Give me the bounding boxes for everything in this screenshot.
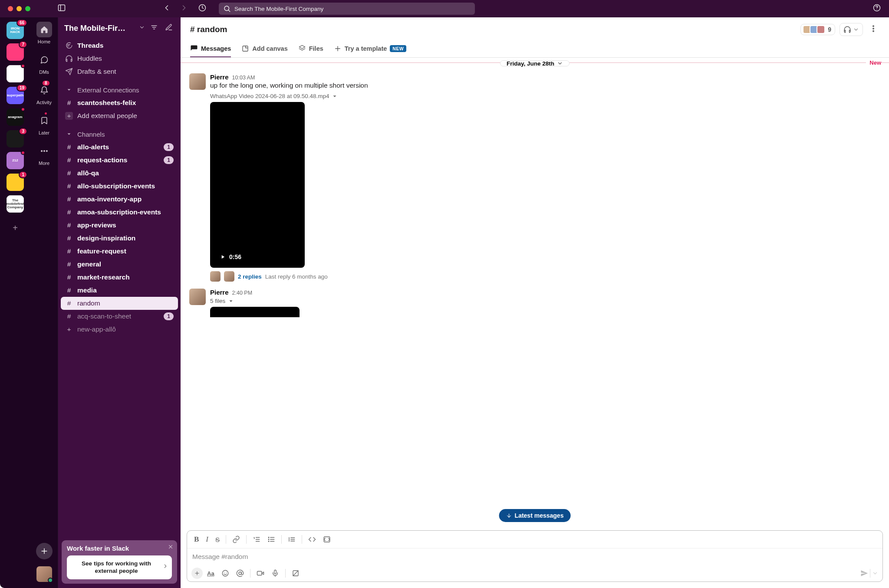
files-count[interactable]: 5 files [210,298,225,304]
members-button[interactable]: 9 [800,24,835,35]
workspace-checks[interactable] [7,65,24,82]
filter-icon[interactable] [148,22,160,35]
video-attachment-preview[interactable] [210,307,300,317]
reply-avatar[interactable] [210,271,221,282]
ordered-list-button[interactable] [250,534,263,545]
message-author[interactable]: Pierre [210,73,229,81]
nav-huddles[interactable]: Huddles [58,52,181,65]
nav-later[interactable]: Later [36,113,52,135]
workspace-name[interactable]: The Mobile-Fir… [64,24,135,33]
code-button[interactable] [306,534,319,545]
emoji-button[interactable] [219,568,232,579]
author-avatar[interactable] [189,73,206,90]
nav-home[interactable]: Home [36,22,52,44]
tab-files[interactable]: Files [298,41,323,57]
help-icon[interactable] [873,3,881,14]
tab-try-template[interactable]: Try a template NEW [334,41,406,57]
channel-settings-icon[interactable] [867,23,879,36]
close-window-icon[interactable] [8,6,13,11]
workspace-anagram[interactable]: anagram [7,108,24,126]
channel-market-research[interactable]: #market-research [58,271,181,284]
message-timestamp[interactable]: 10:03 AM [232,75,255,81]
workspace-ironhack[interactable]: IRON HACK66 [7,22,24,39]
chevron-down-icon[interactable] [228,298,234,304]
channel-new-app-allô[interactable]: +new-app-allô [58,323,181,336]
channel-scantosheets-felix[interactable]: # scantosheets-felix [58,96,181,109]
bold-button[interactable]: B [191,533,201,545]
workspace-pink[interactable]: 7 [7,43,24,61]
reply-avatar[interactable] [224,271,234,282]
send-button[interactable] [860,569,868,577]
codeblock-button[interactable] [320,534,333,545]
section-channels[interactable]: Channels [58,128,181,141]
message-timestamp[interactable]: 2:40 PM [232,290,253,296]
channel-allo-alerts[interactable]: #allo-alerts1 [58,141,181,154]
promo-close-icon[interactable] [168,544,174,552]
add-workspace-button[interactable]: + [7,220,23,236]
channel-allô-qa[interactable]: #allô-qa [58,167,181,180]
svg-point-31 [268,539,269,540]
workspace-stickers[interactable]: 212 [7,152,24,169]
section-external[interactable]: External Connections [58,83,181,96]
user-avatar[interactable] [36,566,52,582]
channel-name[interactable]: # random [190,25,227,34]
channel-app-reviews[interactable]: #app-reviews [58,219,181,232]
create-new-button[interactable] [36,543,53,559]
bullet-list-button[interactable] [265,534,278,545]
nav-back-icon[interactable] [162,3,171,14]
channel-amoa-inventory-app[interactable]: #amoa-inventory-app [58,193,181,206]
video-attachment[interactable]: 0:56 [210,102,305,268]
huddle-button[interactable] [840,23,863,36]
channel-general[interactable]: #general [58,258,181,271]
channel-media[interactable]: #media [58,284,181,297]
send-options-button[interactable] [872,570,878,576]
sidebar-layout-icon[interactable] [57,3,66,14]
workspace-yellow[interactable]: 1 [7,174,24,191]
strikethrough-button[interactable]: S [213,534,222,545]
thread-reply-count[interactable]: 2 replies [238,273,262,280]
italic-button[interactable]: I [203,533,211,545]
video-button[interactable] [254,568,267,579]
window-controls[interactable] [8,6,30,11]
add-external-people[interactable]: + Add external people [58,109,181,122]
nav-forward-icon[interactable] [180,3,188,14]
audio-button[interactable] [269,568,282,579]
search-input[interactable]: Search The Mobile-First Company [219,3,475,15]
promo-cta[interactable]: See tips for working with external peopl… [67,555,172,579]
compose-icon[interactable] [163,22,175,35]
channel-feature-request[interactable]: #feature-request [58,245,181,258]
shortcut-button[interactable] [289,568,302,579]
tab-messages[interactable]: Messages [190,41,231,57]
workspace-menu-chevron-icon[interactable] [139,24,145,32]
attachment-filename[interactable]: WhatsApp Video 2024-06-28 at 09.50.48.mp… [210,93,329,99]
author-avatar[interactable] [189,289,206,305]
blockquote-button[interactable] [285,534,298,545]
latest-messages-button[interactable]: Latest messages [499,509,571,522]
tab-add-canvas[interactable]: Add canvas [241,41,287,57]
chevron-down-icon[interactable] [332,93,338,99]
link-button[interactable] [230,534,243,545]
channel-random[interactable]: #random [61,297,178,310]
message-author[interactable]: Pierre [210,289,229,296]
nav-activity[interactable]: Activity 8 [36,82,52,105]
channel-amoa-subscription-events[interactable]: #amoa-subscription-events [58,206,181,219]
workspace-superpath[interactable]: superpath19 [7,87,24,104]
mention-button[interactable] [234,568,247,579]
nav-threads[interactable]: Threads [58,39,181,52]
history-icon[interactable] [198,3,207,14]
format-toggle-button[interactable]: Aa [204,568,217,578]
nav-drafts[interactable]: Drafts & sent [58,65,181,78]
minimize-window-icon[interactable] [16,6,22,11]
channel-design-inspiration[interactable]: #design-inspiration [58,232,181,245]
workspace-mobile[interactable]: The mobilefirst Company [7,195,24,213]
channel-request-actions[interactable]: #request-actions1 [58,154,181,167]
composer-input[interactable]: Message #random [187,549,882,565]
channel-allo-subscription-events[interactable]: #allo-subscription-events [58,180,181,193]
nav-dms[interactable]: DMs [36,52,52,75]
fullscreen-window-icon[interactable] [25,6,30,11]
channel-acq-scan-to-sheet[interactable]: #acq-scan-to-sheet1 [58,310,181,323]
date-divider[interactable]: Friday, June 28th [500,60,570,66]
attach-button[interactable] [191,568,203,579]
nav-more[interactable]: More [36,143,52,166]
workspace-xred[interactable]: 3 [7,130,24,148]
